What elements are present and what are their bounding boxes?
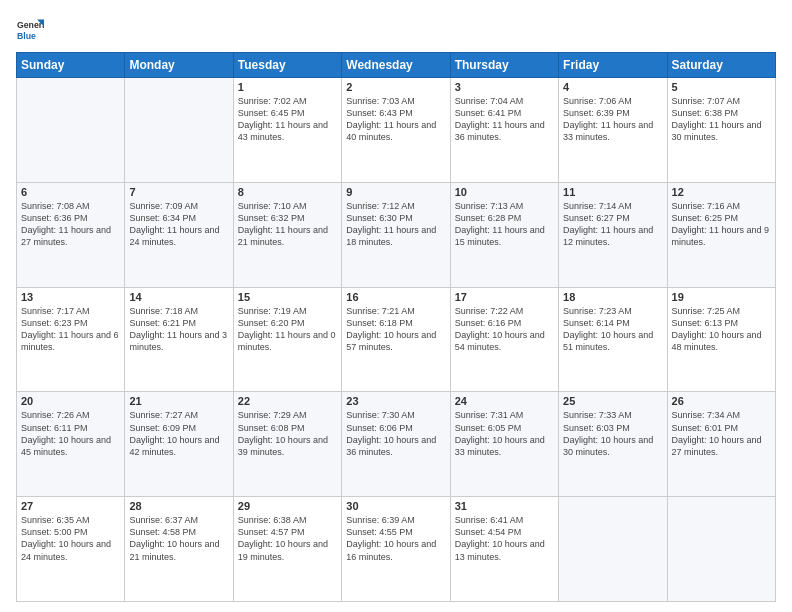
calendar-cell: 23Sunrise: 7:30 AM Sunset: 6:06 PM Dayli…: [342, 392, 450, 497]
day-info: Sunrise: 7:07 AM Sunset: 6:38 PM Dayligh…: [672, 95, 771, 144]
weekday-header-friday: Friday: [559, 53, 667, 78]
day-info: Sunrise: 7:10 AM Sunset: 6:32 PM Dayligh…: [238, 200, 337, 249]
day-info: Sunrise: 7:29 AM Sunset: 6:08 PM Dayligh…: [238, 409, 337, 458]
day-info: Sunrise: 7:08 AM Sunset: 6:36 PM Dayligh…: [21, 200, 120, 249]
calendar-cell: 24Sunrise: 7:31 AM Sunset: 6:05 PM Dayli…: [450, 392, 558, 497]
day-number: 17: [455, 291, 554, 303]
calendar-cell: 28Sunrise: 6:37 AM Sunset: 4:58 PM Dayli…: [125, 497, 233, 602]
day-number: 24: [455, 395, 554, 407]
day-info: Sunrise: 7:30 AM Sunset: 6:06 PM Dayligh…: [346, 409, 445, 458]
weekday-header-monday: Monday: [125, 53, 233, 78]
day-info: Sunrise: 6:35 AM Sunset: 5:00 PM Dayligh…: [21, 514, 120, 563]
day-number: 9: [346, 186, 445, 198]
day-number: 7: [129, 186, 228, 198]
day-info: Sunrise: 7:13 AM Sunset: 6:28 PM Dayligh…: [455, 200, 554, 249]
day-number: 22: [238, 395, 337, 407]
day-info: Sunrise: 6:39 AM Sunset: 4:55 PM Dayligh…: [346, 514, 445, 563]
header: General Blue: [16, 16, 776, 44]
calendar-cell: 22Sunrise: 7:29 AM Sunset: 6:08 PM Dayli…: [233, 392, 341, 497]
logo: General Blue: [16, 16, 48, 44]
svg-text:Blue: Blue: [17, 31, 36, 41]
calendar-cell: 13Sunrise: 7:17 AM Sunset: 6:23 PM Dayli…: [17, 287, 125, 392]
day-info: Sunrise: 7:02 AM Sunset: 6:45 PM Dayligh…: [238, 95, 337, 144]
day-number: 13: [21, 291, 120, 303]
day-info: Sunrise: 7:21 AM Sunset: 6:18 PM Dayligh…: [346, 305, 445, 354]
calendar-cell: 3Sunrise: 7:04 AM Sunset: 6:41 PM Daylig…: [450, 78, 558, 183]
calendar-cell: [667, 497, 775, 602]
day-number: 25: [563, 395, 662, 407]
calendar-cell: [125, 78, 233, 183]
calendar-cell: 31Sunrise: 6:41 AM Sunset: 4:54 PM Dayli…: [450, 497, 558, 602]
day-number: 21: [129, 395, 228, 407]
calendar-cell: 9Sunrise: 7:12 AM Sunset: 6:30 PM Daylig…: [342, 182, 450, 287]
calendar-table: SundayMondayTuesdayWednesdayThursdayFrid…: [16, 52, 776, 602]
calendar-cell: 15Sunrise: 7:19 AM Sunset: 6:20 PM Dayli…: [233, 287, 341, 392]
day-info: Sunrise: 7:03 AM Sunset: 6:43 PM Dayligh…: [346, 95, 445, 144]
calendar-cell: 2Sunrise: 7:03 AM Sunset: 6:43 PM Daylig…: [342, 78, 450, 183]
day-info: Sunrise: 7:23 AM Sunset: 6:14 PM Dayligh…: [563, 305, 662, 354]
day-info: Sunrise: 7:17 AM Sunset: 6:23 PM Dayligh…: [21, 305, 120, 354]
logo-icon: General Blue: [16, 16, 44, 44]
calendar-cell: 17Sunrise: 7:22 AM Sunset: 6:16 PM Dayli…: [450, 287, 558, 392]
day-info: Sunrise: 7:33 AM Sunset: 6:03 PM Dayligh…: [563, 409, 662, 458]
day-info: Sunrise: 7:06 AM Sunset: 6:39 PM Dayligh…: [563, 95, 662, 144]
day-info: Sunrise: 7:12 AM Sunset: 6:30 PM Dayligh…: [346, 200, 445, 249]
day-number: 11: [563, 186, 662, 198]
calendar-cell: 26Sunrise: 7:34 AM Sunset: 6:01 PM Dayli…: [667, 392, 775, 497]
day-number: 14: [129, 291, 228, 303]
calendar-cell: 8Sunrise: 7:10 AM Sunset: 6:32 PM Daylig…: [233, 182, 341, 287]
calendar-cell: 21Sunrise: 7:27 AM Sunset: 6:09 PM Dayli…: [125, 392, 233, 497]
day-number: 3: [455, 81, 554, 93]
day-number: 2: [346, 81, 445, 93]
day-number: 28: [129, 500, 228, 512]
calendar-cell: 10Sunrise: 7:13 AM Sunset: 6:28 PM Dayli…: [450, 182, 558, 287]
day-number: 15: [238, 291, 337, 303]
weekday-header-wednesday: Wednesday: [342, 53, 450, 78]
day-info: Sunrise: 7:04 AM Sunset: 6:41 PM Dayligh…: [455, 95, 554, 144]
weekday-header-tuesday: Tuesday: [233, 53, 341, 78]
day-info: Sunrise: 7:18 AM Sunset: 6:21 PM Dayligh…: [129, 305, 228, 354]
calendar-cell: 6Sunrise: 7:08 AM Sunset: 6:36 PM Daylig…: [17, 182, 125, 287]
calendar-cell: 16Sunrise: 7:21 AM Sunset: 6:18 PM Dayli…: [342, 287, 450, 392]
day-info: Sunrise: 7:16 AM Sunset: 6:25 PM Dayligh…: [672, 200, 771, 249]
day-info: Sunrise: 6:41 AM Sunset: 4:54 PM Dayligh…: [455, 514, 554, 563]
day-info: Sunrise: 7:27 AM Sunset: 6:09 PM Dayligh…: [129, 409, 228, 458]
weekday-header-row: SundayMondayTuesdayWednesdayThursdayFrid…: [17, 53, 776, 78]
week-row-1: 1Sunrise: 7:02 AM Sunset: 6:45 PM Daylig…: [17, 78, 776, 183]
day-info: Sunrise: 7:19 AM Sunset: 6:20 PM Dayligh…: [238, 305, 337, 354]
week-row-2: 6Sunrise: 7:08 AM Sunset: 6:36 PM Daylig…: [17, 182, 776, 287]
day-number: 23: [346, 395, 445, 407]
week-row-3: 13Sunrise: 7:17 AM Sunset: 6:23 PM Dayli…: [17, 287, 776, 392]
day-info: Sunrise: 7:22 AM Sunset: 6:16 PM Dayligh…: [455, 305, 554, 354]
day-number: 31: [455, 500, 554, 512]
day-info: Sunrise: 7:25 AM Sunset: 6:13 PM Dayligh…: [672, 305, 771, 354]
day-number: 18: [563, 291, 662, 303]
day-number: 27: [21, 500, 120, 512]
weekday-header-saturday: Saturday: [667, 53, 775, 78]
calendar-cell: 14Sunrise: 7:18 AM Sunset: 6:21 PM Dayli…: [125, 287, 233, 392]
day-number: 29: [238, 500, 337, 512]
day-number: 10: [455, 186, 554, 198]
day-number: 5: [672, 81, 771, 93]
day-info: Sunrise: 6:38 AM Sunset: 4:57 PM Dayligh…: [238, 514, 337, 563]
day-info: Sunrise: 7:31 AM Sunset: 6:05 PM Dayligh…: [455, 409, 554, 458]
day-info: Sunrise: 7:09 AM Sunset: 6:34 PM Dayligh…: [129, 200, 228, 249]
day-info: Sunrise: 7:14 AM Sunset: 6:27 PM Dayligh…: [563, 200, 662, 249]
week-row-4: 20Sunrise: 7:26 AM Sunset: 6:11 PM Dayli…: [17, 392, 776, 497]
day-number: 1: [238, 81, 337, 93]
calendar-cell: [559, 497, 667, 602]
calendar-cell: 5Sunrise: 7:07 AM Sunset: 6:38 PM Daylig…: [667, 78, 775, 183]
calendar-cell: 20Sunrise: 7:26 AM Sunset: 6:11 PM Dayli…: [17, 392, 125, 497]
calendar-cell: 25Sunrise: 7:33 AM Sunset: 6:03 PM Dayli…: [559, 392, 667, 497]
calendar-cell: 12Sunrise: 7:16 AM Sunset: 6:25 PM Dayli…: [667, 182, 775, 287]
page: General Blue SundayMondayTuesdayWednesda…: [0, 0, 792, 612]
day-info: Sunrise: 6:37 AM Sunset: 4:58 PM Dayligh…: [129, 514, 228, 563]
day-number: 16: [346, 291, 445, 303]
calendar-cell: 7Sunrise: 7:09 AM Sunset: 6:34 PM Daylig…: [125, 182, 233, 287]
weekday-header-thursday: Thursday: [450, 53, 558, 78]
calendar-cell: 4Sunrise: 7:06 AM Sunset: 6:39 PM Daylig…: [559, 78, 667, 183]
weekday-header-sunday: Sunday: [17, 53, 125, 78]
day-info: Sunrise: 7:34 AM Sunset: 6:01 PM Dayligh…: [672, 409, 771, 458]
day-number: 30: [346, 500, 445, 512]
calendar-cell: 1Sunrise: 7:02 AM Sunset: 6:45 PM Daylig…: [233, 78, 341, 183]
